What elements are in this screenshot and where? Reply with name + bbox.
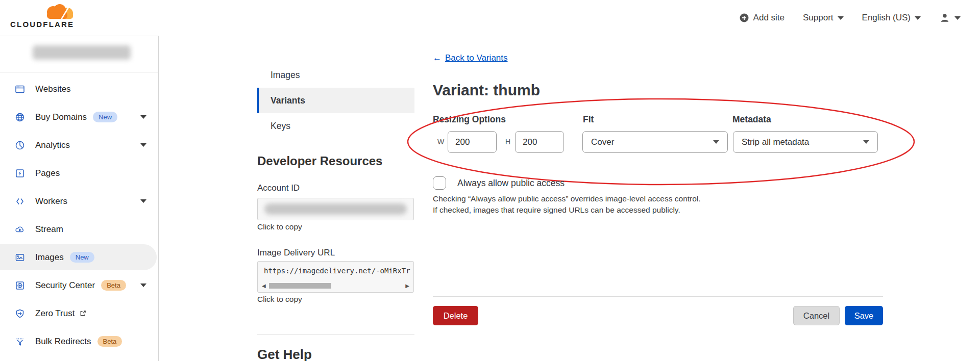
funnel-icon [14, 336, 26, 347]
lightning-box-icon [14, 168, 26, 179]
sidebar-item-zero-trust[interactable]: Zero Trust [0, 299, 159, 327]
user-icon [939, 12, 950, 23]
height-input[interactable] [515, 131, 564, 153]
top-bar: CLOUDFLARE Add site Support English (US) [0, 0, 980, 36]
new-badge: New [93, 112, 117, 122]
brand-wordmark: CLOUDFLARE [10, 20, 74, 29]
sidebar-item-bulk-redirects[interactable]: Bulk Redirects Beta [0, 327, 159, 355]
chevron-down-icon [863, 140, 869, 144]
developer-resources-title: Developer Resources [257, 154, 382, 168]
checkbox-label[interactable]: Always allow public access [457, 178, 565, 189]
sidebar-item-images[interactable]: Images New [0, 243, 159, 271]
chevron-down-icon [140, 115, 146, 119]
subnav-item-images[interactable]: Images [257, 62, 414, 88]
add-site-button[interactable]: Add site [739, 13, 785, 23]
scroll-left-icon[interactable]: ◀ [262, 282, 266, 289]
pie-chart-icon [14, 140, 26, 151]
sidebar-item-pages[interactable]: Pages [0, 159, 159, 187]
account-id-label: Account ID [257, 183, 300, 193]
scroll-right-icon[interactable]: ▶ [405, 282, 409, 289]
scrollbar-thumb[interactable] [269, 283, 331, 289]
subnav-item-variants[interactable]: Variants [257, 88, 414, 113]
divider [257, 334, 414, 334]
click-to-copy-hint: Click to copy [257, 295, 302, 304]
external-link-icon [79, 310, 87, 317]
image-delivery-url-box[interactable]: https://imagedelivery.net/-oMiRxTr ◀ ▶ [257, 261, 414, 293]
sidebar: Websites Buy Domains New [0, 36, 159, 361]
image-delivery-url-label: Image Delivery URL [257, 248, 335, 258]
stream-cloud-icon [14, 224, 26, 235]
language-menu[interactable]: English (US) [862, 13, 921, 23]
support-menu[interactable]: Support [803, 13, 844, 23]
click-to-copy-hint: Click to copy [257, 222, 302, 231]
cancel-button[interactable]: Cancel [793, 306, 840, 325]
horizontal-scrollbar[interactable]: ◀ ▶ [262, 282, 409, 289]
images-subnav: Images Variants Keys [257, 62, 414, 139]
browser-icon [14, 84, 26, 95]
sidebar-item-websites[interactable]: Websites [0, 75, 159, 103]
height-label: H [505, 138, 510, 146]
width-input[interactable] [448, 131, 497, 153]
always-allow-public-access-checkbox[interactable] [433, 176, 446, 190]
metadata-select[interactable]: Strip all metadata [733, 131, 878, 153]
cloudflare-cloud-icon [42, 4, 75, 20]
get-help-title: Get Help [257, 347, 312, 361]
left-arrow-icon: ← [433, 53, 442, 63]
fit-label: Fit [583, 114, 594, 125]
image-delivery-url-value: https://imagedelivery.net/-oMiRxTr [264, 267, 411, 275]
back-to-variants-link[interactable]: ← Back to Variants [433, 53, 508, 63]
account-menu[interactable] [939, 12, 961, 23]
help-text-line2: If checked, images that require signed U… [433, 205, 680, 215]
account-id-copy-box[interactable] [257, 198, 414, 220]
fit-select[interactable]: Cover [582, 131, 728, 153]
globe-icon [14, 112, 26, 123]
sidebar-item-security-center[interactable]: Security Center Beta [0, 271, 159, 299]
beta-badge: Beta [97, 336, 122, 347]
new-badge: New [70, 252, 94, 263]
sidebar-item-workers[interactable]: Workers [0, 187, 159, 215]
delete-button[interactable]: Delete [433, 306, 478, 325]
width-label: W [437, 138, 444, 146]
chevron-down-icon [140, 143, 146, 147]
cloudflare-logo[interactable]: CLOUDFLARE [10, 3, 78, 29]
sidebar-item-analytics[interactable]: Analytics [0, 131, 159, 159]
image-icon [14, 252, 26, 263]
chevron-down-icon [838, 16, 844, 20]
account-id-redacted [264, 203, 407, 215]
sidebar-nav: Websites Buy Domains New [0, 75, 159, 355]
account-name-redacted[interactable] [33, 45, 131, 60]
page-title: Variant: thumb [433, 82, 540, 99]
sidebar-item-stream[interactable]: Stream [0, 215, 159, 243]
resizing-options-label: Resizing Options [433, 114, 506, 125]
safe-dial-icon [14, 280, 26, 291]
subnav-item-keys[interactable]: Keys [257, 113, 414, 139]
chevron-down-icon [140, 199, 146, 203]
plus-circle-icon [739, 13, 749, 23]
help-text-line1: Checking “Always allow public access” ov… [433, 194, 701, 203]
cloudflare-dashboard: CLOUDFLARE Add site Support English (US) [0, 0, 980, 361]
topbar-menu: Add site Support English (US) [739, 0, 961, 36]
chevron-down-icon [915, 16, 921, 20]
sidebar-item-buy-domains[interactable]: Buy Domains New [0, 103, 159, 131]
metadata-label: Metadata [732, 114, 771, 125]
divider [0, 72, 159, 72]
chevron-down-icon [713, 140, 719, 144]
chevron-down-icon [954, 16, 961, 20]
save-button[interactable]: Save [845, 306, 883, 325]
divider [433, 296, 883, 297]
chevron-down-icon [140, 283, 146, 287]
beta-badge: Beta [101, 280, 126, 291]
shield-arrow-icon [14, 308, 26, 319]
angle-brackets-icon [14, 196, 26, 207]
